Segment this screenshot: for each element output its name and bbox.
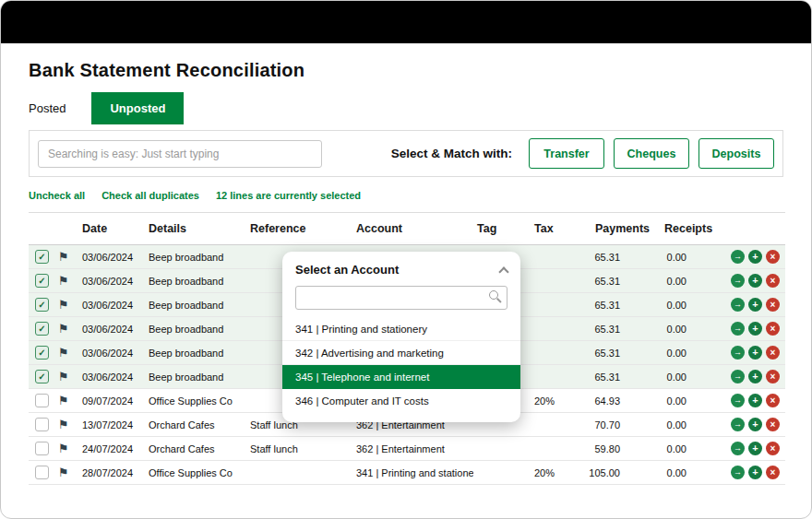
match-plus-icon[interactable]: + (748, 418, 762, 431)
cell-details: Orchard Cafes (145, 413, 246, 437)
row-checkbox[interactable]: ✓ (35, 346, 49, 360)
delete-x-icon[interactable]: × (766, 274, 780, 288)
cell-checkbox (29, 413, 54, 437)
cell-date: 13/07/2024 (78, 413, 145, 437)
delete-x-icon[interactable]: × (766, 322, 780, 336)
cheques-button[interactable]: Cheques (614, 138, 689, 169)
flag-icon[interactable]: ⚑ (58, 466, 69, 479)
match-plus-icon[interactable]: + (748, 322, 762, 336)
cell-actions: →+× (712, 293, 785, 317)
transfer-button[interactable]: Transfer (529, 138, 604, 169)
uncheck-all-link[interactable]: Uncheck all (29, 190, 85, 201)
search-input[interactable] (38, 140, 322, 168)
top-bar (1, 1, 811, 43)
cell-actions: →+× (712, 461, 785, 485)
cell-details: Beep broadband (145, 365, 246, 389)
delete-x-icon[interactable]: × (766, 442, 780, 455)
cell-payments: 65.31 (577, 365, 646, 389)
post-arrow-icon[interactable]: → (731, 250, 745, 264)
match-plus-icon[interactable]: + (748, 298, 762, 312)
cell-checkbox: ✓ (29, 341, 54, 365)
cell-details: Orchard Cafes (145, 437, 246, 461)
cell-checkbox: ✓ (29, 245, 54, 269)
match-plus-icon[interactable]: + (748, 466, 762, 479)
cell-reference (246, 461, 352, 485)
row-checkbox[interactable]: ✓ (35, 274, 49, 288)
post-arrow-icon[interactable]: → (731, 346, 745, 360)
delete-x-icon[interactable]: × (766, 394, 780, 407)
delete-x-icon[interactable]: × (766, 250, 780, 264)
select-match-group: Select & Match with: Transfer Cheques De… (391, 138, 774, 169)
row-checkbox[interactable]: ✓ (35, 250, 49, 264)
account-option[interactable]: 345 | Telephone and internet (282, 365, 520, 389)
post-arrow-icon[interactable]: → (731, 418, 745, 431)
cell-actions: →+× (712, 413, 785, 437)
cell-tax: 20% (531, 389, 577, 413)
cell-tax (531, 341, 577, 365)
flag-icon[interactable]: ⚑ (58, 274, 69, 288)
delete-x-icon[interactable]: × (766, 418, 780, 431)
account-option[interactable]: 342 | Advertising and marketing (282, 341, 520, 365)
match-plus-icon[interactable]: + (748, 442, 762, 455)
match-plus-icon[interactable]: + (748, 250, 762, 264)
cell-receipts: 0.00 (646, 293, 712, 317)
match-plus-icon[interactable]: + (748, 346, 762, 360)
flag-icon[interactable]: ⚑ (58, 346, 69, 360)
delete-x-icon[interactable]: × (766, 298, 780, 312)
flag-icon[interactable]: ⚑ (58, 442, 69, 455)
delete-x-icon[interactable]: × (766, 346, 780, 360)
column-header-tax: Tax (531, 213, 577, 245)
account-option[interactable]: 341 | Printing and stationery (282, 317, 520, 341)
column-header-reference: Reference (246, 213, 352, 245)
column-header-date: Date (78, 213, 145, 245)
flag-icon[interactable]: ⚑ (58, 418, 69, 431)
match-plus-icon[interactable]: + (748, 370, 762, 383)
flag-icon[interactable]: ⚑ (58, 298, 69, 312)
post-arrow-icon[interactable]: → (731, 466, 745, 479)
cell-date: 03/06/2024 (78, 245, 145, 269)
post-arrow-icon[interactable]: → (731, 394, 745, 407)
flag-icon[interactable]: ⚑ (58, 322, 69, 336)
tab-unposted[interactable]: Unposted (91, 92, 184, 124)
row-checkbox[interactable] (35, 466, 49, 479)
account-search-input[interactable] (295, 286, 508, 310)
cell-tax (531, 413, 577, 437)
cell-tax: 20% (531, 461, 577, 485)
cell-tag (473, 461, 531, 485)
flag-icon[interactable]: ⚑ (58, 250, 69, 264)
chevron-up-icon[interactable] (498, 266, 508, 277)
row-checkbox[interactable]: ✓ (35, 370, 49, 383)
post-arrow-icon[interactable]: → (731, 370, 745, 383)
account-option[interactable]: 346 | Computer and IT costs (282, 389, 520, 413)
deposits-button[interactable]: Deposits (699, 138, 774, 169)
delete-x-icon[interactable]: × (766, 370, 780, 383)
flag-icon[interactable]: ⚑ (58, 394, 69, 407)
cell-receipts: 0.00 (646, 461, 712, 485)
check-all-duplicates-link[interactable]: Check all duplicates (102, 190, 199, 201)
cell-actions: →+× (712, 269, 785, 293)
post-arrow-icon[interactable]: → (731, 442, 745, 455)
cell-account: 362 | Entertainment (352, 437, 473, 461)
selection-bar: Uncheck all Check all duplicates 12 line… (29, 190, 783, 201)
row-checkbox[interactable] (35, 442, 49, 455)
flag-icon[interactable]: ⚑ (58, 370, 69, 383)
row-checkbox[interactable]: ✓ (35, 298, 49, 312)
cell-checkbox: ✓ (29, 269, 54, 293)
cell-flag: ⚑ (54, 413, 78, 437)
delete-x-icon[interactable]: × (766, 466, 780, 479)
account-dropdown-search (282, 286, 520, 317)
post-arrow-icon[interactable]: → (731, 322, 745, 336)
post-arrow-icon[interactable]: → (731, 298, 745, 312)
cell-date: 24/07/2024 (78, 437, 145, 461)
row-checkbox[interactable] (35, 394, 49, 407)
post-arrow-icon[interactable]: → (731, 274, 745, 288)
match-plus-icon[interactable]: + (748, 274, 762, 288)
tab-posted[interactable]: Posted (29, 92, 66, 124)
row-checkbox[interactable]: ✓ (35, 322, 49, 336)
match-plus-icon[interactable]: + (748, 394, 762, 407)
cell-flag: ⚑ (54, 437, 78, 461)
row-checkbox[interactable] (35, 418, 49, 431)
column-header-payments: Payments (577, 213, 646, 245)
cell-payments: 64.93 (577, 389, 646, 413)
account-dropdown-title: Select an Account (295, 263, 399, 277)
